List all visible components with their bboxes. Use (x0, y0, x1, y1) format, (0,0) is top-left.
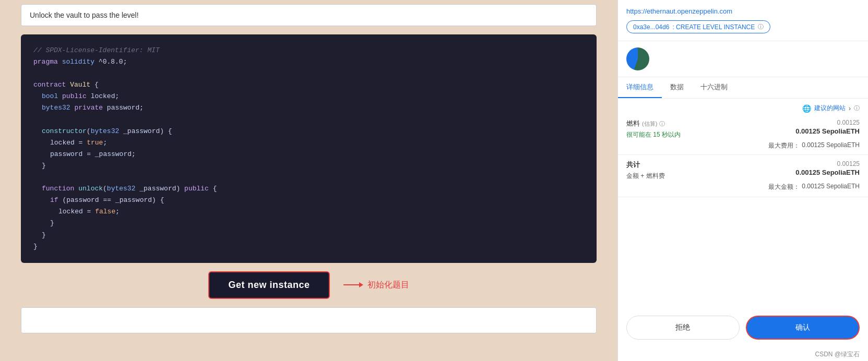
sidebar-header: https://ethernaut.openzeppelin.com 0xa3e… (618, 0, 868, 41)
gas-max-row: 最大费用： 0.00125 SepoliaETH (626, 141, 860, 150)
avatar (626, 47, 649, 70)
code-blank-2 (33, 114, 584, 126)
gas-right: 0.00125 0.00125 SepoliaETH (795, 119, 860, 135)
code-line-3: contract Vault { (33, 79, 584, 91)
code-line-10: function unlock(bytes32 _password) publi… (33, 183, 584, 195)
code-line-12: locked = false; (33, 206, 584, 218)
tab-data[interactable]: 数据 (662, 77, 692, 98)
sidebar-url[interactable]: https://ethernaut.openzeppelin.com (626, 7, 732, 15)
account-action: : CREATE LEVEL INSTANCE (672, 23, 755, 31)
main-content: Unlock the vault to pass the level! // S… (0, 0, 617, 361)
suggested-label[interactable]: 建议的网站 (814, 104, 846, 113)
button-area: Get new instance 初始化题目 (21, 271, 597, 299)
info-icon-2: ⓘ (854, 104, 860, 112)
arrow-annotation: 初始化题目 (342, 280, 409, 291)
tab-details[interactable]: 详细信息 (618, 77, 662, 98)
code-line-14: } (33, 230, 584, 241)
code-blank-3 (33, 172, 584, 183)
gas-likely-label: 很可能在 15 秒以内 (626, 130, 681, 139)
code-line-15: } (33, 241, 584, 252)
code-line-1: // SPDX-License-Identifier: MIT (33, 45, 584, 56)
code-line-11: if (password == _password) { (33, 195, 584, 206)
tab-hex[interactable]: 十六进制 (692, 77, 736, 98)
csdn-footer: CSDN @绿宝石 (618, 348, 868, 361)
gas-max-label: 最大费用： (768, 141, 800, 150)
account-address: 0xa3e...04d6 (633, 23, 669, 31)
gas-label: 燃料 (626, 119, 640, 128)
description-text: Unlock the vault to pass the level! (30, 11, 139, 19)
confirm-button[interactable]: 确认 (746, 316, 860, 340)
total-amount-main: 0.00125 SepoliaETH (795, 169, 860, 176)
gas-amount-main: 0.00125 SepoliaETH (795, 127, 860, 135)
account-row: 0xa3e...04d6 : CREATE LEVEL INSTANCE ⓘ (626, 20, 860, 33)
code-blank-1 (33, 68, 584, 79)
code-line-13: } (33, 218, 584, 229)
gas-left: 燃料 (估算) ⓘ 很可能在 15 秒以内 (626, 119, 681, 139)
arrow-icon (342, 280, 363, 290)
code-line-6: constructor(bytes32 _password) { (33, 126, 584, 137)
total-section: 共计 金额 + 燃料费 0.00125 0.00125 SepoliaETH 最… (618, 155, 868, 197)
account-badge[interactable]: 0xa3e...04d6 : CREATE LEVEL INSTANCE ⓘ (626, 20, 770, 33)
gas-header: 燃料 (估算) ⓘ 很可能在 15 秒以内 0.00125 0.00125 Se… (626, 119, 860, 139)
gas-info-icon: ⓘ (659, 120, 665, 128)
info-icon: ⓘ (758, 23, 764, 31)
svg-marker-1 (359, 282, 363, 287)
total-header: 共计 金额 + 燃料费 0.00125 0.00125 SepoliaETH (626, 160, 860, 180)
description-box: Unlock the vault to pass the level! (21, 4, 597, 26)
avatar-area (618, 41, 868, 77)
total-max-value: 0.00125 SepoliaETH (802, 183, 860, 191)
total-right: 0.00125 0.00125 SepoliaETH (795, 160, 860, 176)
suggested-row: 🌐 建议的网站 › ⓘ (618, 99, 868, 115)
annotation-text: 初始化题目 (367, 280, 409, 291)
gas-estimated: (估算) (642, 120, 657, 128)
footer-text: CSDN @绿宝石 (815, 351, 860, 358)
total-left: 共计 金额 + 燃料费 (626, 160, 665, 180)
code-line-8: password = _password; (33, 149, 584, 160)
action-buttons: 拒绝 确认 (618, 307, 868, 348)
gas-max-value: 0.00125 SepoliaETH (802, 141, 860, 150)
sidebar-tabs: 详细信息 数据 十六进制 (618, 77, 868, 99)
metamask-sidebar: https://ethernaut.openzeppelin.com 0xa3e… (617, 0, 868, 361)
code-block: // SPDX-License-Identifier: MIT pragma s… (21, 34, 597, 263)
chevron-right-icon: › (849, 105, 851, 112)
code-line-4: bool public locked; (33, 91, 584, 102)
globe-icon: 🌐 (802, 104, 811, 113)
total-max-label: 最大金额： (768, 183, 800, 191)
code-line-9: } (33, 160, 584, 172)
bottom-code-box (21, 307, 597, 333)
get-instance-button[interactable]: Get new instance (208, 271, 329, 299)
total-value-small: 0.00125 (795, 160, 860, 167)
gas-section: 燃料 (估算) ⓘ 很可能在 15 秒以内 0.00125 0.00125 Se… (618, 115, 868, 155)
code-line-5: bytes32 private password; (33, 102, 584, 114)
code-line-2: pragma solidity ^0.8.0; (33, 56, 584, 68)
reject-button[interactable]: 拒绝 (626, 316, 740, 340)
gas-value-small: 0.00125 (795, 119, 860, 126)
total-label: 共计 (626, 160, 665, 170)
code-line-7: locked = true; (33, 137, 584, 149)
total-max-row: 最大金额： 0.00125 SepoliaETH (626, 183, 860, 191)
total-sublabel: 金额 + 燃料费 (626, 172, 665, 180)
